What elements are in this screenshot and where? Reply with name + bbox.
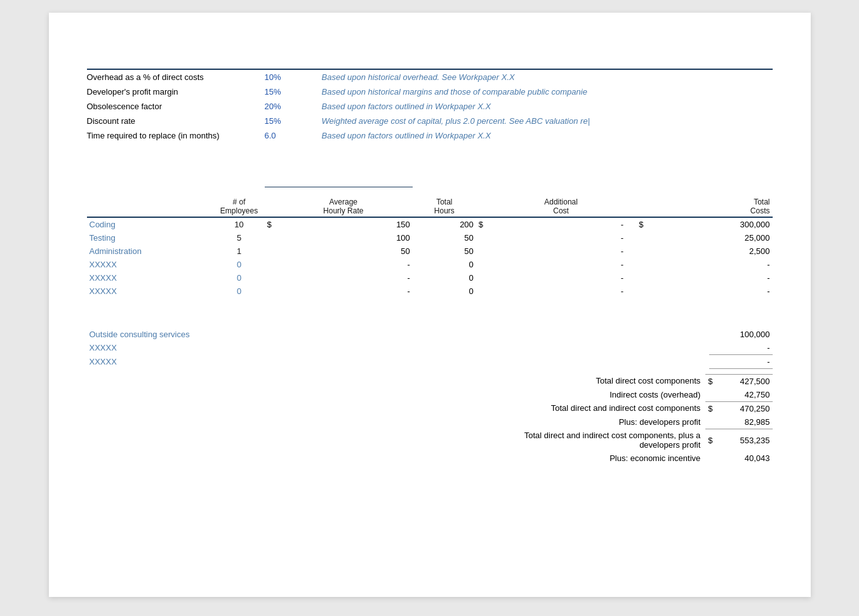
personnel-position: XXXXX (87, 258, 214, 271)
personnel-total-costs: - (646, 258, 772, 271)
assumptions-col-support (303, 64, 773, 69)
personnel-total-hours: 0 (413, 271, 476, 285)
personnel-num-emp: 0 (214, 271, 265, 285)
totals-dollar (705, 415, 715, 429)
other-direct-label: XXXXX (87, 341, 214, 355)
personnel-num-emp: 1 (214, 244, 265, 258)
totals-row: Indirect costs (overhead) 42,750 (87, 388, 773, 402)
assumption-row: Obsolescence factor 20% Based upon facto… (87, 99, 773, 114)
totals-label: Total direct and indirect cost component… (498, 429, 706, 452)
personnel-row: XXXXX 0 - 0 - - (87, 271, 773, 285)
page-container: Overhead as a % of direct costs 10% Base… (49, 13, 811, 597)
personnel-add-cost: - (486, 231, 636, 244)
assumption-support: Based upon factors outlined in Workpaper… (303, 128, 773, 143)
assumption-value: 20% (252, 99, 303, 114)
totals-amount: 40,043 (716, 452, 773, 465)
col-header-total-costs: Total Costs (646, 187, 772, 217)
personnel-dollar3: $ (636, 217, 646, 231)
personnel-dollar1 (265, 285, 274, 298)
personnel-position: XXXXX (87, 285, 214, 298)
other-direct-row: Outside consulting services 100,000 (87, 328, 773, 341)
col-header-dollar2 (476, 187, 486, 217)
totals-spacer (87, 374, 498, 388)
totals-label: Plus: economic incentive (498, 452, 706, 465)
personnel-row: XXXXX 0 - 0 - - (87, 285, 773, 298)
assumption-value: 15% (252, 114, 303, 128)
personnel-total-costs: 300,000 (646, 217, 772, 231)
personnel-dollar3 (636, 271, 646, 285)
personnel-dollar1 (265, 271, 274, 285)
totals-row: Total direct cost components $ 427,500 (87, 374, 773, 388)
totals-dollar: $ (705, 429, 715, 452)
personnel-num-emp: 0 (214, 258, 265, 271)
totals-label: Plus: developers profit (498, 415, 706, 429)
personnel-dollar2: $ (476, 217, 486, 231)
personnel-add-cost: - (486, 217, 636, 231)
personnel-num-emp: 10 (214, 217, 265, 231)
assumption-value: 6.0 (252, 128, 303, 143)
personnel-position: Testing (87, 231, 214, 244)
personnel-add-cost: - (486, 244, 636, 258)
totals-row: Plus: economic incentive 40,043 (87, 452, 773, 465)
col-header-add-cost: Additional Cost (486, 187, 636, 217)
personnel-dollar1 (265, 258, 274, 271)
assumption-support: Based upon historical overhead. See Work… (303, 69, 773, 84)
assumption-value: 15% (252, 84, 303, 99)
personnel-dollar2 (476, 285, 486, 298)
totals-dollar (705, 388, 715, 402)
other-direct-spacer (214, 328, 709, 341)
personnel-add-cost: - (486, 285, 636, 298)
totals-label: Indirect costs (overhead) (498, 388, 706, 402)
other-direct-table: Outside consulting services 100,000 XXXX… (87, 328, 773, 369)
personnel-dollar3 (636, 285, 646, 298)
personnel-row: Testing 5 100 50 - 25,000 (87, 231, 773, 244)
personnel-total-costs: - (646, 285, 772, 298)
personnel-add-cost: - (486, 258, 636, 271)
personnel-dollar1 (265, 244, 274, 258)
other-direct-spacer (214, 341, 709, 355)
personnel-position: Administration (87, 244, 214, 258)
other-direct-amount: - (709, 354, 773, 368)
col-header-position (87, 187, 214, 217)
personnel-avg-rate: - (274, 271, 413, 285)
totals-amount: 553,235 (716, 429, 773, 452)
personnel-position: XXXXX (87, 271, 214, 285)
totals-label: Total direct cost components (498, 374, 706, 388)
assumptions-section: Overhead as a % of direct costs 10% Base… (87, 64, 773, 143)
assumption-label: Discount rate (87, 114, 252, 128)
assumption-label: Developer's profit margin (87, 84, 252, 99)
totals-amount: 470,250 (716, 401, 773, 415)
personnel-num-emp: 0 (214, 285, 265, 298)
personnel-total-costs: - (646, 271, 772, 285)
totals-dollar: $ (705, 401, 715, 415)
personnel-dollar2 (476, 271, 486, 285)
totals-row: Plus: developers profit 82,985 (87, 415, 773, 429)
totals-table: Total direct cost components $ 427,500 I… (87, 374, 773, 465)
assumptions-col-value (252, 64, 303, 69)
personnel-dollar3 (636, 244, 646, 258)
assumptions-table: Overhead as a % of direct costs 10% Base… (87, 64, 773, 143)
other-direct-label: XXXXX (87, 354, 214, 368)
col-header-total-hours: Total Hours (413, 187, 476, 217)
personnel-total-hours: 0 (413, 258, 476, 271)
personnel-total-costs: 2,500 (646, 244, 772, 258)
personnel-row: Administration 1 50 50 - 2,500 (87, 244, 773, 258)
personnel-total-hours: 50 (413, 231, 476, 244)
totals-spacer (87, 452, 498, 465)
col-header-num-emp: # of Employees (214, 187, 265, 217)
personnel-dollar2 (476, 258, 486, 271)
other-direct-amount: 100,000 (709, 328, 773, 341)
assumption-value: 10% (252, 69, 303, 84)
other-direct-row: XXXXX - (87, 354, 773, 368)
totals-dollar: $ (705, 374, 715, 388)
personnel-dollar1 (265, 231, 274, 244)
personnel-dollar2 (476, 231, 486, 244)
personnel-total-hours: 200 (413, 217, 476, 231)
personnel-row: XXXXX 0 - 0 - - (87, 258, 773, 271)
personnel-dollar3 (636, 231, 646, 244)
col-header-dollar1 (265, 187, 274, 217)
totals-spacer (87, 401, 498, 415)
personnel-num-emp: 5 (214, 231, 265, 244)
totals-row: Total direct and indirect cost component… (87, 429, 773, 452)
totals-spacer (87, 388, 498, 402)
